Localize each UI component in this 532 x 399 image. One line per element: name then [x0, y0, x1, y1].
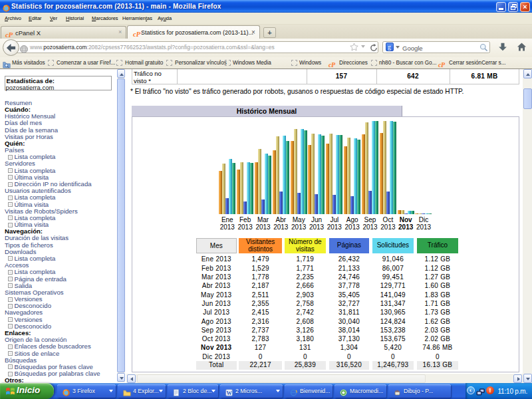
- svg-text:W: W: [226, 390, 232, 396]
